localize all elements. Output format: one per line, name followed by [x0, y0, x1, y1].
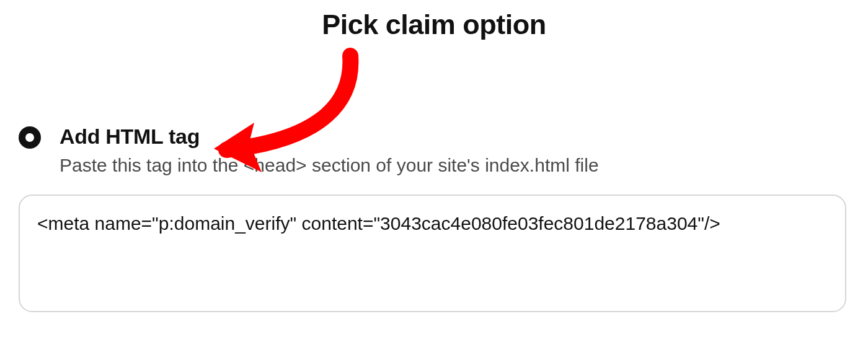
option-title: Add HTML tag	[60, 124, 849, 149]
option-text-group: Add HTML tag Paste this tag into the <he…	[60, 124, 849, 177]
option-description: Paste this tag into the <head> section o…	[60, 153, 849, 177]
radio-selected-indicator	[25, 133, 34, 142]
claim-option-block: Add HTML tag Paste this tag into the <he…	[19, 124, 849, 312]
page-title: Pick claim option	[0, 0, 868, 41]
radio-add-html-tag[interactable]	[19, 126, 41, 149]
option-header: Add HTML tag Paste this tag into the <he…	[19, 124, 849, 177]
meta-tag-code-box[interactable]: <meta name="p:domain_verify" content="30…	[19, 195, 846, 312]
